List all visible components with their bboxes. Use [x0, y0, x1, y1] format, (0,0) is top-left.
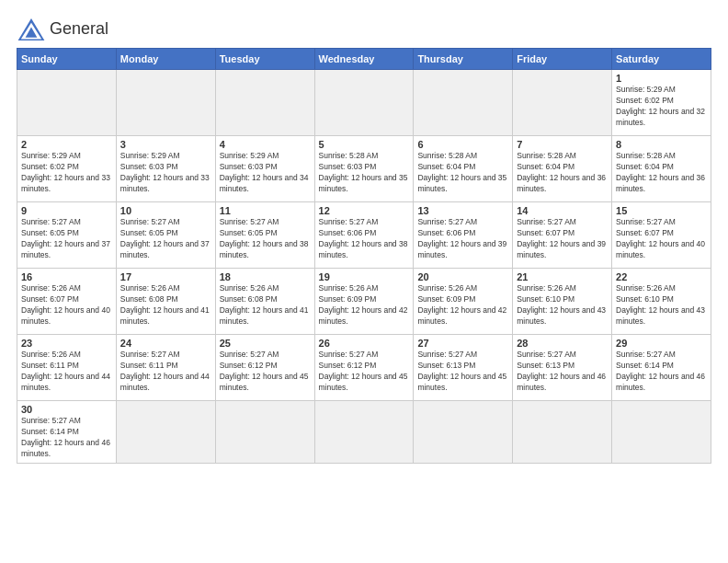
day-number: 24	[120, 338, 211, 349]
day-info: Sunrise: 5:26 AM Sunset: 6:09 PM Dayligh…	[319, 283, 410, 327]
calendar-cell: 19Sunrise: 5:26 AM Sunset: 6:09 PM Dayli…	[314, 269, 414, 335]
calendar-cell	[414, 70, 513, 136]
day-info: Sunrise: 5:26 AM Sunset: 6:07 PM Dayligh…	[21, 283, 112, 327]
day-info: Sunrise: 5:28 AM Sunset: 6:04 PM Dayligh…	[417, 151, 508, 195]
calendar-cell	[116, 401, 215, 464]
day-number: 17	[120, 271, 211, 282]
day-number: 12	[319, 205, 410, 216]
day-number: 8	[616, 139, 707, 150]
day-number: 3	[120, 139, 211, 150]
day-number: 28	[517, 338, 608, 349]
day-number: 2	[21, 139, 112, 150]
day-info: Sunrise: 5:27 AM Sunset: 6:06 PM Dayligh…	[319, 217, 410, 261]
calendar-table: SundayMondayTuesdayWednesdayThursdayFrid…	[17, 48, 711, 464]
week-row-4: 23Sunrise: 5:26 AM Sunset: 6:11 PM Dayli…	[17, 335, 711, 401]
day-info: Sunrise: 5:29 AM Sunset: 6:03 PM Dayligh…	[220, 151, 311, 195]
calendar-cell: 13Sunrise: 5:27 AM Sunset: 6:06 PM Dayli…	[414, 202, 513, 269]
day-number: 14	[517, 205, 608, 216]
day-number: 10	[120, 205, 211, 216]
calendar-cell: 7Sunrise: 5:28 AM Sunset: 6:04 PM Daylig…	[513, 136, 612, 202]
calendar-cell: 25Sunrise: 5:27 AM Sunset: 6:12 PM Dayli…	[215, 335, 314, 401]
day-number: 16	[21, 271, 112, 282]
calendar-cell: 1Sunrise: 5:29 AM Sunset: 6:02 PM Daylig…	[612, 70, 711, 136]
day-number: 9	[21, 205, 112, 216]
day-info: Sunrise: 5:27 AM Sunset: 6:14 PM Dayligh…	[616, 350, 707, 394]
day-number: 11	[220, 205, 311, 216]
day-number: 26	[319, 338, 410, 349]
day-number: 22	[616, 271, 707, 282]
calendar-cell: 10Sunrise: 5:27 AM Sunset: 6:05 PM Dayli…	[116, 202, 215, 269]
calendar-cell: 28Sunrise: 5:27 AM Sunset: 6:13 PM Dayli…	[513, 335, 612, 401]
day-info: Sunrise: 5:28 AM Sunset: 6:03 PM Dayligh…	[319, 151, 410, 195]
day-info: Sunrise: 5:29 AM Sunset: 6:02 PM Dayligh…	[616, 85, 707, 129]
weekday-header-wednesday: Wednesday	[314, 49, 414, 70]
day-number: 1	[616, 73, 707, 84]
day-info: Sunrise: 5:27 AM Sunset: 6:05 PM Dayligh…	[21, 217, 112, 261]
day-number: 27	[417, 338, 508, 349]
calendar-cell: 30Sunrise: 5:27 AM Sunset: 6:14 PM Dayli…	[17, 401, 117, 464]
calendar-cell	[513, 401, 612, 464]
day-number: 7	[517, 139, 608, 150]
day-info: Sunrise: 5:27 AM Sunset: 6:05 PM Dayligh…	[120, 217, 211, 261]
calendar-cell: 20Sunrise: 5:26 AM Sunset: 6:09 PM Dayli…	[414, 269, 513, 335]
day-info: Sunrise: 5:27 AM Sunset: 6:06 PM Dayligh…	[417, 217, 508, 261]
calendar-cell	[314, 70, 414, 136]
day-info: Sunrise: 5:26 AM Sunset: 6:10 PM Dayligh…	[517, 283, 608, 327]
weekday-header-row: SundayMondayTuesdayWednesdayThursdayFrid…	[17, 49, 711, 70]
logo: General	[17, 17, 108, 42]
day-number: 4	[220, 139, 311, 150]
logo-text: General	[50, 20, 108, 39]
day-number: 5	[319, 139, 410, 150]
day-info: Sunrise: 5:26 AM Sunset: 6:09 PM Dayligh…	[417, 283, 508, 327]
day-info: Sunrise: 5:26 AM Sunset: 6:11 PM Dayligh…	[21, 350, 112, 394]
day-info: Sunrise: 5:27 AM Sunset: 6:12 PM Dayligh…	[220, 350, 311, 394]
day-info: Sunrise: 5:27 AM Sunset: 6:14 PM Dayligh…	[21, 416, 112, 460]
calendar-cell: 15Sunrise: 5:27 AM Sunset: 6:07 PM Dayli…	[612, 202, 711, 269]
day-number: 6	[417, 139, 508, 150]
calendar-cell	[215, 401, 314, 464]
weekday-header-monday: Monday	[116, 49, 215, 70]
header: General	[17, 17, 711, 42]
weekday-header-saturday: Saturday	[612, 49, 711, 70]
weekday-header-sunday: Sunday	[17, 49, 117, 70]
day-info: Sunrise: 5:27 AM Sunset: 6:12 PM Dayligh…	[319, 350, 410, 394]
calendar-cell	[314, 401, 414, 464]
day-info: Sunrise: 5:27 AM Sunset: 6:13 PM Dayligh…	[517, 350, 608, 394]
calendar-cell: 23Sunrise: 5:26 AM Sunset: 6:11 PM Dayli…	[17, 335, 117, 401]
calendar-cell: 11Sunrise: 5:27 AM Sunset: 6:05 PM Dayli…	[215, 202, 314, 269]
calendar-cell	[612, 401, 711, 464]
day-number: 20	[417, 271, 508, 282]
calendar-cell	[215, 70, 314, 136]
calendar-cell: 29Sunrise: 5:27 AM Sunset: 6:14 PM Dayli…	[612, 335, 711, 401]
calendar-cell: 14Sunrise: 5:27 AM Sunset: 6:07 PM Dayli…	[513, 202, 612, 269]
day-info: Sunrise: 5:26 AM Sunset: 6:08 PM Dayligh…	[120, 283, 211, 327]
calendar-cell: 9Sunrise: 5:27 AM Sunset: 6:05 PM Daylig…	[17, 202, 117, 269]
calendar-cell: 26Sunrise: 5:27 AM Sunset: 6:12 PM Dayli…	[314, 335, 414, 401]
calendar-cell	[17, 70, 117, 136]
day-info: Sunrise: 5:29 AM Sunset: 6:03 PM Dayligh…	[120, 151, 211, 195]
day-info: Sunrise: 5:27 AM Sunset: 6:11 PM Dayligh…	[120, 350, 211, 394]
calendar-cell: 6Sunrise: 5:28 AM Sunset: 6:04 PM Daylig…	[414, 136, 513, 202]
calendar-cell: 22Sunrise: 5:26 AM Sunset: 6:10 PM Dayli…	[612, 269, 711, 335]
week-row-1: 2Sunrise: 5:29 AM Sunset: 6:02 PM Daylig…	[17, 136, 711, 202]
day-number: 13	[417, 205, 508, 216]
week-row-2: 9Sunrise: 5:27 AM Sunset: 6:05 PM Daylig…	[17, 202, 711, 269]
calendar-cell: 24Sunrise: 5:27 AM Sunset: 6:11 PM Dayli…	[116, 335, 215, 401]
calendar-cell	[116, 70, 215, 136]
day-info: Sunrise: 5:27 AM Sunset: 6:07 PM Dayligh…	[616, 217, 707, 261]
day-info: Sunrise: 5:27 AM Sunset: 6:07 PM Dayligh…	[517, 217, 608, 261]
calendar-cell: 5Sunrise: 5:28 AM Sunset: 6:03 PM Daylig…	[314, 136, 414, 202]
day-number: 18	[220, 271, 311, 282]
day-info: Sunrise: 5:26 AM Sunset: 6:10 PM Dayligh…	[616, 283, 707, 327]
day-number: 29	[616, 338, 707, 349]
day-number: 23	[21, 338, 112, 349]
day-number: 21	[517, 271, 608, 282]
calendar-page: General SundayMondayTuesdayWednesdayThur…	[0, 0, 728, 473]
day-number: 19	[319, 271, 410, 282]
day-info: Sunrise: 5:26 AM Sunset: 6:08 PM Dayligh…	[220, 283, 311, 327]
calendar-cell	[513, 70, 612, 136]
day-number: 15	[616, 205, 707, 216]
calendar-cell: 17Sunrise: 5:26 AM Sunset: 6:08 PM Dayli…	[116, 269, 215, 335]
week-row-3: 16Sunrise: 5:26 AM Sunset: 6:07 PM Dayli…	[17, 269, 711, 335]
day-number: 25	[220, 338, 311, 349]
